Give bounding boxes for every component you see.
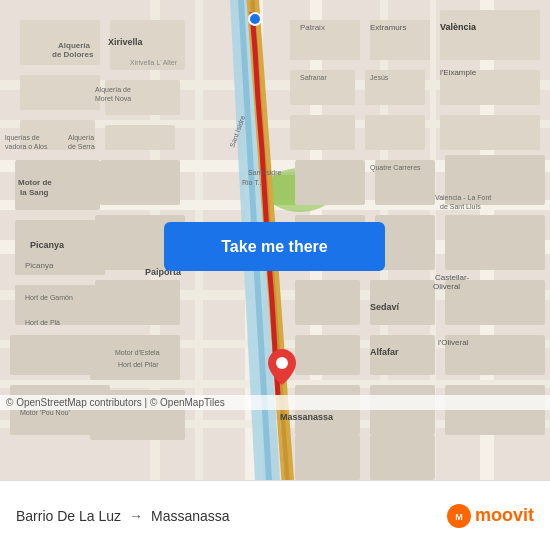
svg-text:Alquería: Alquería — [68, 134, 94, 142]
svg-rect-35 — [100, 160, 180, 205]
svg-point-105 — [276, 357, 288, 369]
svg-text:lquerías de: lquerías de — [5, 134, 40, 142]
svg-text:l'Eixample: l'Eixample — [440, 68, 477, 77]
svg-text:Extramurs: Extramurs — [370, 23, 406, 32]
svg-rect-55 — [295, 280, 360, 325]
svg-text:València: València — [440, 22, 477, 32]
svg-rect-42 — [440, 10, 540, 60]
destination-pin — [268, 349, 296, 385]
route-arrow: → — [129, 508, 143, 524]
svg-text:M: M — [455, 512, 463, 522]
svg-text:de Dolores: de Dolores — [52, 50, 94, 59]
svg-text:Valencia - La Font: Valencia - La Font — [435, 194, 491, 201]
svg-text:Jesús: Jesús — [370, 74, 389, 81]
svg-rect-65 — [370, 435, 435, 480]
svg-text:Safranar: Safranar — [300, 74, 328, 81]
svg-text:Hort de Gamón: Hort de Gamón — [25, 294, 73, 301]
svg-rect-25 — [20, 75, 100, 110]
svg-text:Alfafar: Alfafar — [370, 347, 399, 357]
origin-marker — [248, 12, 262, 26]
svg-rect-62 — [370, 385, 435, 435]
take-me-there-button[interactable]: Take me there — [164, 222, 385, 271]
map-container: Alquería de Dolores Xirivella Alquería d… — [0, 0, 550, 480]
copyright-bar: © OpenStreetMap contributors | © OpenMap… — [0, 395, 550, 410]
svg-text:Oliveral: Oliveral — [433, 282, 460, 291]
svg-rect-64 — [295, 435, 360, 480]
moovit-text: moovit — [475, 505, 534, 526]
svg-rect-61 — [295, 385, 360, 435]
svg-rect-34 — [105, 125, 175, 150]
svg-text:Massanassa: Massanassa — [280, 412, 334, 422]
svg-text:Alquería: Alquería — [58, 41, 91, 50]
moovit-icon: M — [447, 504, 471, 528]
svg-rect-46 — [290, 115, 355, 150]
origin-label: Barrio De La Luz — [16, 508, 121, 524]
svg-text:Rio T...: Rio T... — [242, 179, 264, 186]
svg-text:la Sang: la Sang — [20, 188, 49, 197]
svg-text:Moret Nova: Moret Nova — [95, 95, 131, 102]
svg-rect-58 — [295, 335, 360, 375]
svg-text:Alquería de: Alquería de — [95, 86, 131, 94]
svg-rect-49 — [295, 160, 365, 205]
bottom-bar: Barrio De La Luz → Massanassa M moovit — [0, 480, 550, 550]
svg-text:Castellar-: Castellar- — [435, 273, 470, 282]
destination-label: Massanassa — [151, 508, 230, 524]
svg-rect-54 — [445, 215, 545, 270]
svg-text:Picanya: Picanya — [30, 240, 65, 250]
svg-rect-38 — [90, 335, 180, 380]
svg-text:Motor de: Motor de — [18, 178, 52, 187]
svg-text:vadora o Alos: vadora o Alos — [5, 143, 48, 150]
svg-text:de Serra: de Serra — [68, 143, 95, 150]
svg-text:Xirivella L´Alter: Xirivella L´Alter — [130, 59, 178, 66]
svg-text:Quatre Carreres: Quatre Carreres — [370, 164, 421, 172]
moovit-logo: M moovit — [447, 504, 534, 528]
copyright-text: © OpenStreetMap contributors | © OpenMap… — [6, 397, 225, 408]
svg-rect-47 — [365, 115, 425, 150]
svg-text:de Sant Lluís: de Sant Lluís — [440, 203, 481, 210]
svg-rect-37 — [95, 280, 180, 325]
svg-text:Hort del Pilar: Hort del Pilar — [118, 361, 159, 368]
svg-rect-63 — [445, 385, 545, 435]
route-info: Barrio De La Luz → Massanassa — [16, 508, 230, 524]
svg-text:Xirivella: Xirivella — [108, 37, 144, 47]
svg-text:Motor 'Pou Nou': Motor 'Pou Nou' — [20, 409, 70, 416]
svg-rect-48 — [440, 115, 540, 150]
svg-text:Patraix: Patraix — [300, 23, 325, 32]
svg-rect-30 — [10, 335, 95, 375]
svg-text:Hort de Plà: Hort de Plà — [25, 319, 60, 326]
svg-text:Sant Isidre: Sant Isidre — [248, 169, 282, 176]
svg-text:l'Oliveral: l'Oliveral — [438, 338, 469, 347]
svg-text:Motor d'Estela: Motor d'Estela — [115, 349, 160, 356]
svg-text:Sedaví: Sedaví — [370, 302, 400, 312]
svg-text:Picanya: Picanya — [25, 261, 54, 270]
